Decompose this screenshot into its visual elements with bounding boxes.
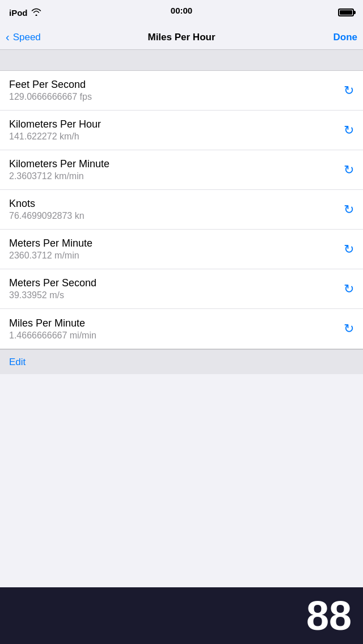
item-value-3: 76.4699092873 kn: [9, 211, 338, 221]
item-value-1: 141.622272 km/h: [9, 132, 338, 142]
status-right: [338, 9, 354, 16]
item-content-1: Kilometers Per Hour 141.622272 km/h: [9, 118, 338, 142]
list-item: Feet Per Second 129.0666666667 fps ↻: [0, 71, 363, 111]
item-content-4: Meters Per Minute 2360.3712 m/min: [9, 238, 338, 261]
list-item: Miles Per Minute 1.4666666667 mi/min ↻: [0, 309, 363, 349]
item-title-1: Kilometers Per Hour: [9, 118, 338, 130]
item-title-2: Kilometers Per Minute: [9, 158, 338, 170]
nav-title: Miles Per Hour: [147, 32, 215, 43]
back-label: Speed: [13, 32, 41, 43]
edit-button[interactable]: Edit: [9, 357, 26, 368]
list-item: Meters Per Minute 2360.3712 m/min ↻: [0, 230, 363, 269]
nav-bar: ‹ Speed Miles Per Hour Done: [0, 25, 363, 50]
item-title-3: Knots: [9, 198, 338, 210]
list-item: Meters Per Second 39.33952 m/s ↻: [0, 269, 363, 309]
item-value-4: 2360.3712 m/min: [9, 251, 338, 261]
item-content-6: Miles Per Minute 1.4666666667 mi/min: [9, 317, 338, 341]
item-content-2: Kilometers Per Minute 2.3603712 km/min: [9, 158, 338, 181]
status-bar: iPod 00:00: [0, 0, 363, 25]
footer: Edit: [0, 349, 363, 374]
spacer: [0, 50, 363, 70]
list-item: Knots 76.4699092873 kn ↻: [0, 190, 363, 230]
item-content-5: Meters Per Second 39.33952 m/s: [9, 277, 338, 300]
conversion-list: Feet Per Second 129.0666666667 fps ↻ Kil…: [0, 70, 363, 349]
item-value-6: 1.4666666667 mi/min: [9, 331, 338, 341]
item-content-3: Knots 76.4699092873 kn: [9, 198, 338, 221]
item-title-6: Miles Per Minute: [9, 317, 338, 329]
bottom-bar: 88: [0, 587, 363, 644]
refresh-icon-5[interactable]: ↻: [344, 283, 354, 295]
refresh-icon-6[interactable]: ↻: [344, 323, 354, 335]
item-value-0: 129.0666666667 fps: [9, 92, 338, 102]
done-button[interactable]: Done: [334, 32, 358, 43]
wifi-icon: [31, 8, 41, 18]
status-left: iPod: [9, 8, 41, 18]
carrier-label: iPod: [9, 8, 28, 18]
back-button[interactable]: ‹ Speed: [6, 31, 41, 44]
refresh-icon-4[interactable]: ↻: [344, 243, 354, 256]
refresh-icon-0[interactable]: ↻: [344, 84, 354, 97]
bottom-number: 88: [306, 595, 352, 636]
refresh-icon-3[interactable]: ↻: [344, 204, 354, 216]
list-item: Kilometers Per Hour 141.622272 km/h ↻: [0, 111, 363, 150]
status-time: 00:00: [171, 6, 192, 15]
battery-icon: [338, 9, 354, 16]
item-title-5: Meters Per Second: [9, 277, 338, 289]
item-title-0: Feet Per Second: [9, 79, 338, 91]
item-value-2: 2.3603712 km/min: [9, 171, 338, 181]
list-item: Kilometers Per Minute 2.3603712 km/min ↻: [0, 150, 363, 190]
item-content-0: Feet Per Second 129.0666666667 fps: [9, 79, 338, 102]
refresh-icon-2[interactable]: ↻: [344, 164, 354, 176]
back-chevron-icon: ‹: [6, 31, 10, 44]
item-value-5: 39.33952 m/s: [9, 290, 338, 300]
item-title-4: Meters Per Minute: [9, 238, 338, 249]
refresh-icon-1[interactable]: ↻: [344, 124, 354, 137]
